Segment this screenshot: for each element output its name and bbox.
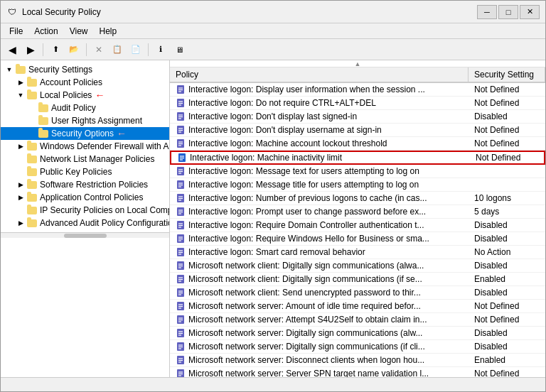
menu-help[interactable]: Help: [94, 25, 123, 37]
table-row[interactable]: Microsoft network client: Digitally sign…: [170, 259, 545, 273]
policy-shield-icon: [176, 125, 186, 135]
policy-cell: Interactive logon: Require Windows Hello…: [170, 233, 469, 244]
sidebar-item-security-options[interactable]: ▶ Security Options ←: [1, 127, 169, 140]
folder-icon-app-control: [26, 192, 38, 203]
policy-cell: Microsoft network server: Server SPN tar…: [170, 368, 469, 377]
menu-view[interactable]: View: [64, 25, 94, 37]
close-button[interactable]: ✕: [520, 5, 540, 19]
table-row[interactable]: Microsoft network server: Disconnect cli…: [170, 354, 545, 367]
table-row[interactable]: Microsoft network client: Send unencrypt…: [170, 286, 545, 300]
policy-cell: Interactive logon: Smart card removal be…: [170, 246, 469, 258]
sidebar-item-user-rights[interactable]: ▶ User Rights Assignment: [1, 114, 169, 127]
arrow-security-options: ←: [117, 128, 127, 139]
table-row[interactable]: Interactive logon: Message title for use…: [170, 178, 545, 192]
sidebar-scrollbar[interactable]: [1, 232, 169, 238]
toolbar: ◀ ▶ ⬆ 📂 ✕ 📋 📄 ℹ 🖥: [1, 39, 545, 60]
setting-cell: Disabled: [469, 327, 545, 339]
setting-cell: Not Defined: [470, 152, 544, 163]
table-row[interactable]: Interactive logon: Machine inactivity li…: [170, 151, 545, 165]
list-header: Policy Security Setting: [170, 67, 545, 83]
setting-cell: Not Defined: [469, 300, 545, 312]
expand-windows-defender[interactable]: ▶: [15, 141, 26, 152]
policy-name: Microsoft network server: Disconnect cli…: [188, 355, 424, 365]
folder-icon-security-settings: [15, 64, 26, 75]
sidebar-item-advanced-audit[interactable]: ▶ Advanced Audit Policy Configuration: [1, 217, 169, 229]
sidebar-item-audit-policy[interactable]: ▶ Audit Policy: [1, 102, 169, 114]
policy-shield-icon: [176, 342, 186, 352]
window-controls: ─ □ ✕: [477, 5, 540, 19]
menu-action[interactable]: Action: [28, 25, 63, 37]
setting-cell: Not Defined: [469, 368, 545, 377]
table-row[interactable]: Interactive logon: Don't display last si…: [170, 110, 545, 124]
table-row[interactable]: Interactive logon: Do not require CTRL+A…: [170, 97, 545, 110]
sidebar-item-software-restriction[interactable]: ▶ Software Restriction Policies: [1, 178, 169, 191]
column-header-policy[interactable]: Policy: [170, 67, 469, 82]
scroll-arrow-up: ▲: [355, 60, 361, 67]
table-row[interactable]: Interactive logon: Require Windows Hello…: [170, 232, 545, 246]
sidebar-item-public-key[interactable]: ▶ Public Key Policies: [1, 165, 169, 178]
table-row[interactable]: Microsoft network server: Attempt S4U2Se…: [170, 313, 545, 327]
up-button[interactable]: ⬆: [47, 42, 64, 58]
sidebar-item-local-policies[interactable]: ▼ Local Policies ←: [1, 89, 169, 102]
table-row[interactable]: Interactive logon: Machine account locko…: [170, 137, 545, 151]
policy-name: Interactive logon: Require Domain Contro…: [188, 220, 424, 230]
setting-cell: Not Defined: [469, 314, 545, 325]
export-button[interactable]: 🖥: [171, 42, 188, 58]
forward-button[interactable]: ▶: [22, 42, 39, 58]
policy-name: Microsoft network server: Server SPN tar…: [188, 369, 429, 377]
minimize-button[interactable]: ─: [477, 5, 497, 19]
label-account-policies: Account Policies: [40, 77, 102, 87]
setting-cell: [469, 170, 545, 172]
expand-app-control[interactable]: ▶: [15, 192, 26, 203]
back-button[interactable]: ◀: [4, 42, 21, 58]
sidebar-item-security-settings[interactable]: ▼ Security Settings: [1, 63, 169, 76]
title-bar: 🛡 Local Security Policy ─ □ ✕: [1, 1, 545, 23]
expand-advanced-audit[interactable]: ▶: [15, 217, 26, 229]
maximize-button[interactable]: □: [498, 5, 518, 19]
sidebar-item-windows-defender[interactable]: ▶ Windows Defender Firewall with Advar..…: [1, 140, 169, 153]
expand-account-policies[interactable]: ▶: [15, 77, 26, 88]
help-button[interactable]: ℹ: [152, 42, 169, 58]
copy-button[interactable]: 📄: [127, 42, 144, 58]
table-row[interactable]: Interactive logon: Smart card removal be…: [170, 246, 545, 259]
properties-button[interactable]: 📋: [109, 42, 126, 58]
folder-icon-audit-policy: [38, 102, 49, 114]
table-row[interactable]: Interactive logon: Require Domain Contro…: [170, 219, 545, 232]
setting-cell: Disabled: [469, 260, 545, 271]
main-window: 🛡 Local Security Policy ─ □ ✕ File Actio…: [0, 0, 546, 392]
expand-security-settings[interactable]: ▼: [4, 64, 15, 75]
sidebar-item-account-policies[interactable]: ▶ Account Policies: [1, 76, 169, 89]
table-row[interactable]: Interactive logon: Display user informat…: [170, 83, 545, 97]
expand-local-policies[interactable]: ▼: [15, 89, 26, 101]
sidebar-item-network-list[interactable]: ▶ Network List Manager Policies: [1, 153, 169, 165]
sidebar-item-ip-security[interactable]: ▶ IP Security Policies on Local Computer: [1, 204, 169, 217]
table-row[interactable]: Microsoft network server: Server SPN tar…: [170, 367, 545, 377]
menu-file[interactable]: File: [4, 25, 28, 37]
open-button[interactable]: 📂: [65, 42, 82, 58]
table-row[interactable]: Interactive logon: Message text for user…: [170, 165, 545, 178]
setting-cell: Enabled: [469, 354, 545, 366]
table-row[interactable]: Microsoft network client: Digitally sign…: [170, 273, 545, 286]
table-row[interactable]: Microsoft network server: Amount of idle…: [170, 300, 545, 313]
policy-name: Microsoft network server: Digitally sign…: [188, 342, 425, 352]
label-windows-defender: Windows Defender Firewall with Advar...: [40, 141, 170, 151]
policy-cell: Interactive logon: Machine account locko…: [170, 138, 469, 149]
expand-software-restriction[interactable]: ▶: [15, 179, 26, 190]
table-row[interactable]: Interactive logon: Don't display usernam…: [170, 124, 545, 137]
policy-name: Interactive logon: Prompt user to change…: [188, 207, 426, 217]
policy-shield-icon: [176, 138, 186, 148]
policy-cell: Interactive logon: Don't display usernam…: [170, 124, 469, 136]
policy-name: Interactive logon: Don't display last si…: [188, 111, 357, 121]
policy-shield-icon: [176, 98, 186, 108]
table-row[interactable]: Microsoft network server: Digitally sign…: [170, 340, 545, 354]
policy-shield-icon: [176, 207, 186, 217]
column-header-setting[interactable]: Security Setting: [469, 67, 545, 82]
delete-button[interactable]: ✕: [90, 42, 107, 58]
toolbar-separator-2: [86, 43, 87, 56]
list-body[interactable]: Interactive logon: Display user informat…: [170, 83, 545, 377]
sidebar-item-app-control[interactable]: ▶ Application Control Policies: [1, 191, 169, 204]
table-row[interactable]: Microsoft network server: Digitally sign…: [170, 327, 545, 340]
policy-cell: Interactive logon: Require Domain Contro…: [170, 219, 469, 231]
table-row[interactable]: Interactive logon: Number of previous lo…: [170, 192, 545, 205]
table-row[interactable]: Interactive logon: Prompt user to change…: [170, 205, 545, 219]
